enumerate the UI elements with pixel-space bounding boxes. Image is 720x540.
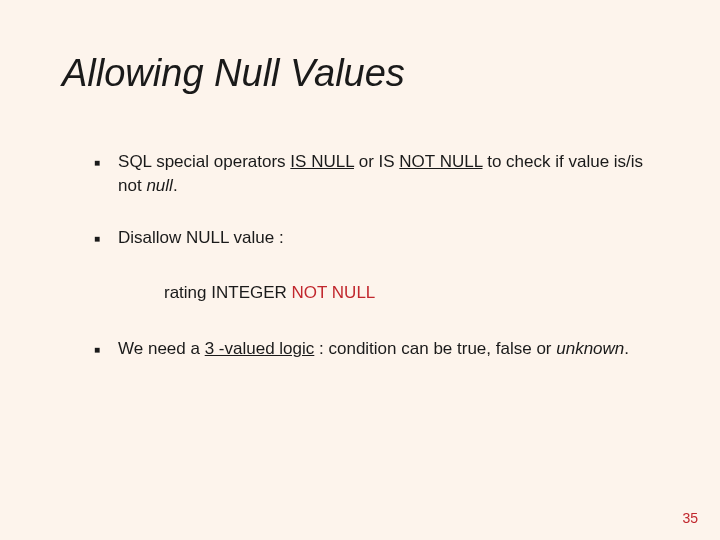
text-italic: unknown (556, 339, 624, 358)
page-number: 35 (682, 510, 698, 526)
text-underline: 3 -valued logic (205, 339, 315, 358)
bullet-marker-icon: ■ (94, 156, 100, 170)
text-underline: NOT NULL (399, 152, 482, 171)
bullet-marker-icon: ■ (94, 343, 100, 357)
slide-body: ■ SQL special operators IS NULL or IS NO… (94, 150, 660, 389)
bullet-3: ■ We need a 3 -valued logic : condition … (94, 337, 660, 361)
text-fragment: SQL special operators (118, 152, 290, 171)
text-fragment: . (624, 339, 629, 358)
code-line: rating INTEGER NOT NULL (164, 283, 660, 303)
text-italic: null (146, 176, 172, 195)
bullet-1-text: SQL special operators IS NULL or IS NOT … (118, 150, 660, 198)
text-fragment: . (173, 176, 178, 195)
bullet-2: ■ Disallow NULL value : (94, 226, 660, 250)
text-fragment: or IS (354, 152, 399, 171)
code-red: NOT NULL (292, 283, 376, 302)
text-underline: IS NULL (290, 152, 354, 171)
slide-title: Allowing Null Values (62, 52, 405, 95)
slide: Allowing Null Values ■ SQL special opera… (0, 0, 720, 540)
bullet-3-text: We need a 3 -valued logic : condition ca… (118, 337, 660, 361)
bullet-2-text: Disallow NULL value : (118, 226, 660, 250)
bullet-1: ■ SQL special operators IS NULL or IS NO… (94, 150, 660, 198)
text-fragment: : condition can be true, false or (314, 339, 556, 358)
code-black: rating INTEGER (164, 283, 292, 302)
bullet-marker-icon: ■ (94, 232, 100, 246)
text-fragment: We need a (118, 339, 205, 358)
